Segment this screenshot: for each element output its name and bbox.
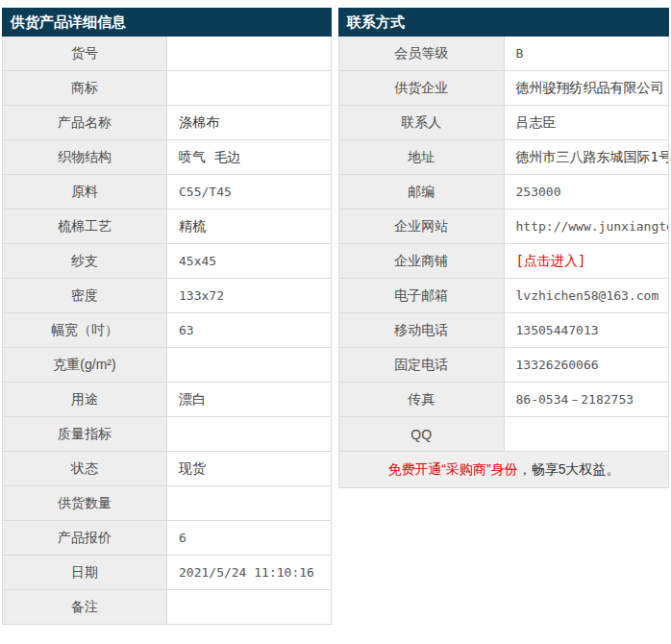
row-value: 86-0534－2182753	[504, 383, 669, 417]
table-row: 用途漂白	[3, 383, 332, 417]
table-row: 状态现货	[3, 452, 332, 486]
row-label: 固定电话	[339, 348, 505, 383]
table-row: 梳棉工艺精梳	[3, 210, 332, 244]
table-row: 传真86-0534－2182753	[339, 383, 669, 417]
row-label: 质量指标	[3, 417, 167, 452]
row-value: 喷气 毛边	[167, 140, 332, 175]
promo-footer-text: ，畅享5大权益。	[518, 461, 620, 477]
row-value: 13326260066	[504, 348, 669, 383]
table-row: QQ	[339, 417, 669, 452]
row-label: 企业网站	[339, 210, 505, 244]
table-row: 产品报价6	[3, 521, 332, 556]
table-row: 产品名称涤棉布	[3, 106, 332, 140]
promo-footer-row: 免费开通“采购商”身份，畅享5大权益。	[339, 452, 669, 488]
row-value	[167, 71, 332, 106]
product-details-title: 供货产品详细信息	[3, 9, 332, 37]
row-label: 供货数量	[3, 486, 167, 521]
row-label: 克重(g/m²)	[3, 348, 167, 383]
row-value	[167, 590, 332, 625]
row-label: 传真	[339, 383, 505, 417]
table-header-row: 供货产品详细信息	[3, 9, 332, 37]
row-label: 用途	[3, 383, 167, 417]
row-value: B	[504, 37, 669, 71]
row-value	[167, 417, 332, 452]
row-label: QQ	[339, 417, 505, 452]
row-label: 备注	[3, 590, 167, 625]
table-row: 原料C55/T45	[3, 175, 332, 210]
product-details-panel: 供货产品详细信息 货号商标产品名称涤棉布织物结构喷气 毛边原料C55/T45梳棉…	[2, 8, 332, 625]
table-row: 密度133x72	[3, 279, 332, 313]
table-row: 供货数量	[3, 486, 332, 521]
row-label: 邮编	[339, 175, 505, 210]
row-value	[167, 348, 332, 383]
row-value: 45x45	[167, 244, 332, 279]
row-value	[167, 37, 332, 71]
contact-info-title: 联系方式	[339, 9, 669, 37]
row-label: 密度	[3, 279, 167, 313]
row-value	[167, 486, 332, 521]
row-label: 织物结构	[3, 140, 167, 175]
row-value: 漂白	[167, 383, 332, 417]
table-row: 商标	[3, 71, 332, 106]
page: 供货产品详细信息 货号商标产品名称涤棉布织物结构喷气 毛边原料C55/T45梳棉…	[0, 0, 671, 644]
row-label: 日期	[3, 556, 167, 590]
row-value: 6	[167, 521, 332, 556]
product-details-table: 供货产品详细信息 货号商标产品名称涤棉布织物结构喷气 毛边原料C55/T45梳棉…	[2, 8, 332, 625]
row-value: 63	[167, 313, 332, 348]
row-label: 企业商铺	[339, 244, 505, 279]
row-label: 纱支	[3, 244, 167, 279]
row-value: 吕志臣	[504, 106, 669, 140]
row-label: 地址	[339, 140, 505, 175]
row-value: 133x72	[167, 279, 332, 313]
table-row: 电子邮箱lvzhichen58@163.com	[339, 279, 669, 313]
table-row: 移动电话13505447013	[339, 313, 669, 348]
row-value: 2021/5/24 11:10:16	[167, 556, 332, 590]
shop-enter-link[interactable]: [点击进入]	[504, 244, 669, 279]
row-value: C55/T45	[167, 175, 332, 210]
row-value: 13505447013	[504, 313, 669, 348]
row-value: http://www.junxiangtex.com/	[504, 210, 669, 244]
row-label: 产品报价	[3, 521, 167, 556]
table-row: 固定电话13326260066	[339, 348, 669, 383]
table-row: 企业商铺[点击进入]	[339, 244, 669, 279]
row-label: 移动电话	[339, 313, 505, 348]
row-label: 状态	[3, 452, 167, 486]
table-row: 企业网站http://www.junxiangtex.com/	[339, 210, 669, 244]
row-label: 货号	[3, 37, 167, 71]
table-row: 会员等级B	[339, 37, 669, 71]
row-label: 产品名称	[3, 106, 167, 140]
row-label: 原料	[3, 175, 167, 210]
row-value: 涤棉布	[167, 106, 332, 140]
table-row: 备注	[3, 590, 332, 625]
table-row: 纱支45x45	[3, 244, 332, 279]
row-value: 精梳	[167, 210, 332, 244]
row-value: 德州骏翔纺织品有限公司	[504, 71, 669, 106]
table-row: 织物结构喷气 毛边	[3, 140, 332, 175]
table-row: 邮编253000	[339, 175, 669, 210]
row-value: lvzhichen58@163.com	[504, 279, 669, 313]
table-row: 地址德州市三八路东城国际1号楼2单元15层	[339, 140, 669, 175]
row-value: 253000	[504, 175, 669, 210]
table-row: 幅宽（吋）63	[3, 313, 332, 348]
contact-info-panel: 联系方式 会员等级B供货企业德州骏翔纺织品有限公司联系人吕志臣地址德州市三八路东…	[338, 8, 669, 488]
table-row: 供货企业德州骏翔纺织品有限公司	[339, 71, 669, 106]
table-header-row: 联系方式	[339, 9, 669, 37]
table-row: 质量指标	[3, 417, 332, 452]
row-value: 德州市三八路东城国际1号楼2单元15层	[504, 140, 669, 175]
table-row: 货号	[3, 37, 332, 71]
row-label: 供货企业	[339, 71, 505, 106]
table-row: 克重(g/m²)	[3, 348, 332, 383]
row-label: 会员等级	[339, 37, 505, 71]
contact-info-table: 联系方式 会员等级B供货企业德州骏翔纺织品有限公司联系人吕志臣地址德州市三八路东…	[338, 8, 669, 488]
row-value	[504, 417, 669, 452]
row-label: 联系人	[339, 106, 505, 140]
row-label: 梳棉工艺	[3, 210, 167, 244]
row-value: 现货	[167, 452, 332, 486]
buyer-signup-link[interactable]: 免费开通“采购商”身份	[387, 461, 517, 477]
table-row: 联系人吕志臣	[339, 106, 669, 140]
row-label: 商标	[3, 71, 167, 106]
row-label: 幅宽（吋）	[3, 313, 167, 348]
promo-footer: 免费开通“采购商”身份，畅享5大权益。	[339, 452, 669, 488]
row-label: 电子邮箱	[339, 279, 505, 313]
table-row: 日期2021/5/24 11:10:16	[3, 556, 332, 590]
